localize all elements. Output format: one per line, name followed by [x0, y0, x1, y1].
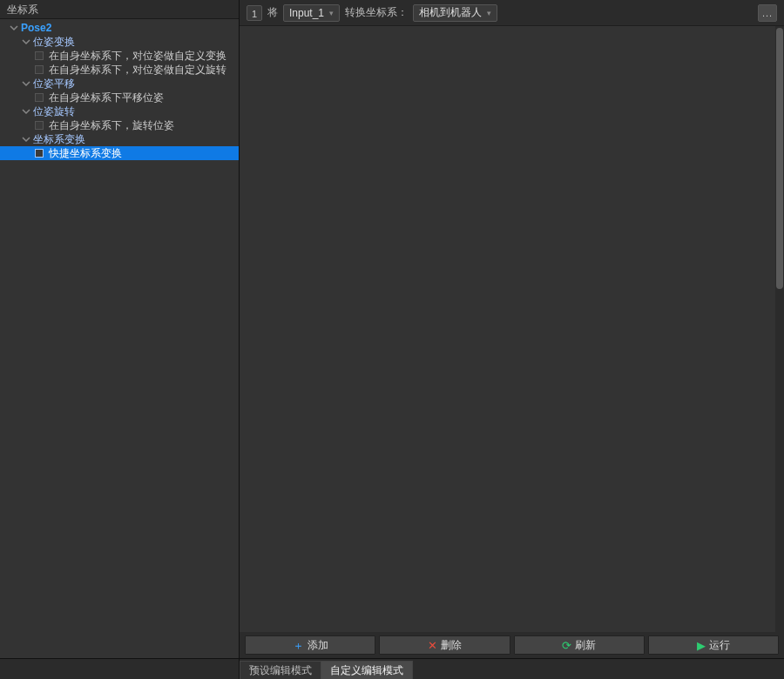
- tree-group-pose-rotate[interactable]: 位姿旋转: [0, 104, 239, 118]
- leaf-icon: [35, 149, 44, 158]
- leaf-icon: [35, 51, 44, 60]
- refresh-button[interactable]: ⟳ 刷新: [514, 635, 645, 655]
- leaf-icon: [35, 93, 44, 102]
- chevron-down-icon: [21, 37, 31, 47]
- chevron-down-icon: [21, 78, 31, 89]
- scrollbar-thumb[interactable]: [776, 28, 783, 289]
- tree-item-quick-coord-transform[interactable]: 快捷坐标系变换: [0, 146, 239, 160]
- run-button[interactable]: ▶ 运行: [648, 635, 779, 655]
- tree-group-label: 坐标系变换: [31, 132, 85, 147]
- add-button-label: 添加: [308, 638, 328, 653]
- chevron-down-icon: ▾: [329, 9, 334, 17]
- tree-group-pose-translate[interactable]: 位姿平移: [0, 77, 239, 91]
- vertical-scrollbar[interactable]: [775, 26, 784, 632]
- tree-item[interactable]: 在自身坐标系下，对位姿做自定义变换: [0, 49, 239, 63]
- tree-view: Pose2 位姿变换 在自身坐标系下，对位姿做自定义变换 在自身坐标系下，对位姿…: [0, 19, 239, 658]
- tree-group-label: 位姿平移: [31, 77, 75, 91]
- tab-preset-mode-label: 预设编辑模式: [249, 663, 312, 678]
- sidebar-title: 坐标系: [0, 0, 239, 19]
- mode-bar-pad: [0, 659, 240, 679]
- tree-root-pose2[interactable]: Pose2: [0, 21, 239, 35]
- input-dropdown[interactable]: Input_1 ▾: [283, 4, 340, 22]
- chevron-down-icon: ▾: [487, 9, 491, 17]
- tree-group-pose-transform[interactable]: 位姿变换: [0, 35, 239, 49]
- leaf-icon: [35, 65, 44, 74]
- label-convert-coord: 转换坐标系：: [345, 5, 408, 20]
- run-button-label: 运行: [709, 638, 730, 653]
- delete-button[interactable]: ✕ 删除: [379, 635, 510, 655]
- refresh-button-label: 刷新: [575, 638, 596, 653]
- tree-group-coord-transform[interactable]: 坐标系变换: [0, 132, 239, 146]
- content-area: [240, 26, 784, 632]
- refresh-icon: ⟳: [562, 640, 571, 651]
- target-dropdown[interactable]: 相机到机器人 ▾: [413, 4, 497, 22]
- word-apply: 将: [267, 5, 278, 20]
- tree-group-label: 位姿旋转: [31, 104, 75, 119]
- tree-item-label: 在自身坐标系下，对位姿做自定义旋转: [47, 63, 226, 77]
- input-dropdown-value: Input_1: [289, 7, 324, 19]
- tree-item[interactable]: 在自身坐标系下平移位姿: [0, 91, 239, 104]
- sidebar: 坐标系 Pose2 位姿变换 在自身坐标系下，对位姿做自定义变换: [0, 0, 240, 658]
- tree-item[interactable]: 在自身坐标系下，旋转位姿: [0, 118, 239, 132]
- plus-icon: ＋: [293, 640, 304, 651]
- tree-item-label: 在自身坐标系下平移位姿: [47, 91, 164, 105]
- play-icon: ▶: [697, 640, 706, 651]
- tree-group-label: 位姿变换: [31, 35, 75, 50]
- tab-custom-mode-label: 自定义编辑模式: [330, 663, 403, 678]
- right-pane: 1 将 Input_1 ▾ 转换坐标系： 相机到机器人 ▾ ... ＋ 添加: [240, 0, 784, 658]
- mode-bar: 预设编辑模式 自定义编辑模式: [0, 658, 784, 679]
- tree-item-label: 在自身坐标系下，对位姿做自定义变换: [47, 49, 226, 64]
- chevron-down-icon: [9, 23, 19, 33]
- parameter-row: 1 将 Input_1 ▾ 转换坐标系： 相机到机器人 ▾ ...: [240, 0, 784, 26]
- tree-item[interactable]: 在自身坐标系下，对位姿做自定义旋转: [0, 63, 239, 77]
- leaf-icon: [35, 121, 44, 130]
- x-icon: ✕: [428, 640, 437, 651]
- chevron-down-icon: [21, 134, 31, 145]
- delete-button-label: 删除: [441, 638, 462, 653]
- action-button-row: ＋ 添加 ✕ 删除 ⟳ 刷新 ▶ 运行: [240, 632, 784, 658]
- target-dropdown-value: 相机到机器人: [419, 5, 482, 20]
- tab-custom-mode[interactable]: 自定义编辑模式: [321, 661, 413, 679]
- tree-item-label: 快捷坐标系变换: [47, 146, 122, 161]
- row-index[interactable]: 1: [247, 5, 262, 21]
- tree-root-label: Pose2: [19, 22, 51, 34]
- tree-item-label: 在自身坐标系下，旋转位姿: [47, 118, 174, 133]
- add-button[interactable]: ＋ 添加: [245, 635, 375, 655]
- tab-preset-mode[interactable]: 预设编辑模式: [240, 661, 321, 679]
- more-button[interactable]: ...: [758, 4, 777, 22]
- chevron-down-icon: [21, 106, 31, 117]
